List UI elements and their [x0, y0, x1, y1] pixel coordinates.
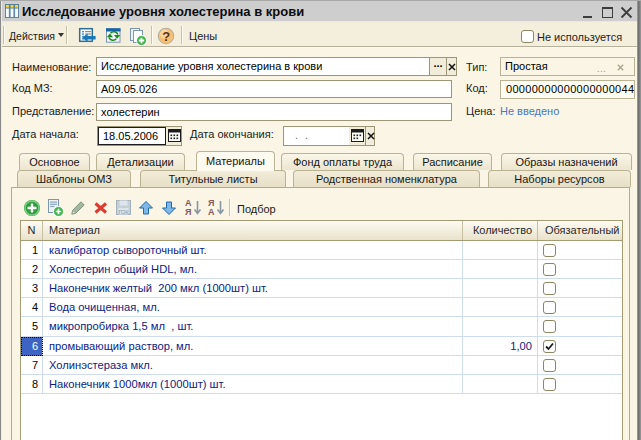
- svg-text:?: ?: [162, 29, 170, 44]
- svg-text:ГОК: ГОК: [118, 209, 129, 215]
